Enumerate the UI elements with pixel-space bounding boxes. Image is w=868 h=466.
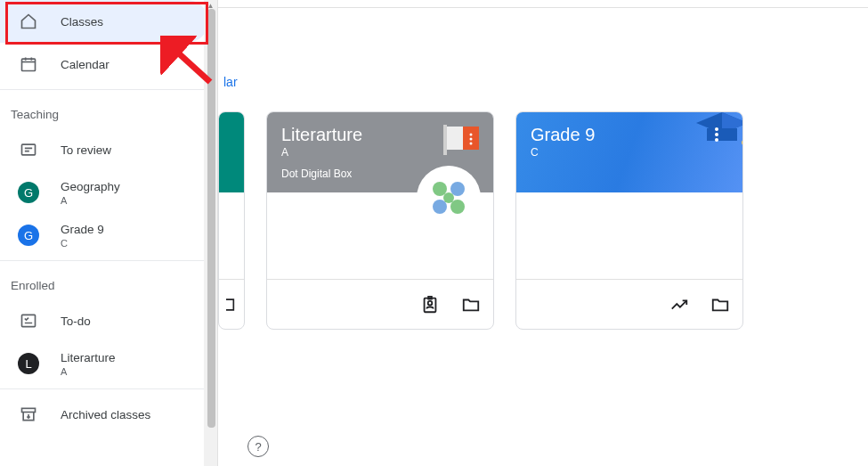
calendar-link-partial[interactable]: lar: [223, 75, 238, 89]
avatar: L: [18, 353, 39, 374]
sidebar-item-to-review[interactable]: To review: [0, 128, 208, 171]
divider: [0, 260, 217, 261]
help-button[interactable]: ?: [247, 436, 269, 457]
review-icon: [18, 139, 39, 160]
sidebar-item-label: Classes: [61, 15, 103, 29]
sidebar-item-label: To-do: [61, 315, 91, 328]
svg-point-15: [433, 200, 447, 214]
class-card-partial[interactable]: [218, 111, 245, 330]
card-footer: [516, 279, 742, 329]
main-content: lar Literarture A Dot Digital Box: [218, 0, 868, 466]
folder-icon-partial: [226, 297, 235, 313]
sidebar-item-sublabel: A: [61, 195, 120, 206]
avatar: G: [18, 182, 39, 203]
archive-icon: [18, 404, 39, 425]
class-card-grade9[interactable]: Grade 9 C: [515, 111, 743, 330]
card-menu-button[interactable]: [705, 123, 728, 146]
sidebar-item-label: Calendar: [61, 58, 110, 71]
sidebar-item-label: Geography: [61, 180, 120, 193]
sidebar-item-label: Grade 9: [61, 223, 104, 236]
card-footer: [267, 279, 493, 329]
sidebar-item-label: Literarture: [61, 351, 116, 364]
svg-rect-3: [22, 408, 36, 412]
svg-point-26: [715, 133, 718, 136]
scrollbar-thumb[interactable]: [207, 9, 215, 428]
sidebar-item-archived[interactable]: Archived classes: [0, 393, 208, 436]
card-footer: [219, 279, 244, 329]
card-header: [219, 112, 244, 192]
svg-point-16: [450, 200, 465, 214]
help-icon-text: ?: [255, 440, 261, 454]
sidebar-item-geography[interactable]: G Geography A: [0, 171, 208, 214]
folder-icon[interactable]: [710, 295, 730, 315]
sidebar-item-classes[interactable]: Classes: [0, 0, 208, 43]
sidebar-item-literarture[interactable]: L Literarture A: [0, 342, 208, 385]
class-card-grid: Literarture A Dot Digital Box: [218, 111, 743, 330]
svg-point-17: [443, 192, 454, 203]
svg-point-27: [715, 138, 718, 142]
sidebar: Classes Calendar Teaching To review G Ge…: [0, 0, 218, 466]
sidebar-item-label: Archived classes: [61, 408, 150, 421]
scrollbar[interactable]: ▲: [204, 0, 217, 466]
section-title-teaching: Teaching: [0, 94, 217, 128]
assignment-icon[interactable]: [420, 295, 440, 315]
sidebar-item-grade9[interactable]: G Grade 9 C: [0, 214, 208, 257]
todo-icon: [18, 310, 39, 331]
svg-rect-6: [443, 125, 447, 155]
sidebar-item-label: To review: [61, 143, 111, 157]
calendar-icon: [18, 53, 39, 75]
card-header: Grade 9 C: [516, 112, 742, 192]
svg-point-19: [428, 300, 433, 305]
sidebar-item-calendar[interactable]: Calendar: [0, 43, 208, 86]
folder-icon[interactable]: [461, 295, 481, 315]
teacher-avatar[interactable]: [415, 164, 483, 232]
divider: [0, 388, 217, 389]
svg-point-24: [742, 140, 743, 145]
trending-icon[interactable]: [669, 295, 689, 315]
class-card-literarture[interactable]: Literarture A Dot Digital Box: [266, 111, 494, 330]
svg-point-13: [433, 182, 447, 196]
svg-point-14: [450, 182, 465, 196]
divider: [0, 89, 217, 90]
card-menu-button[interactable]: [458, 125, 481, 148]
class-avatar-icon: L: [18, 353, 39, 374]
sidebar-item-sublabel: A: [61, 366, 116, 377]
svg-point-25: [715, 127, 718, 131]
sidebar-item-sublabel: C: [61, 238, 104, 249]
more-vert-icon: [715, 127, 718, 142]
class-avatar-icon: G: [18, 225, 39, 246]
svg-rect-2: [22, 315, 36, 326]
section-title-enrolled: Enrolled: [0, 265, 217, 299]
sidebar-item-todo[interactable]: To-do: [0, 299, 208, 342]
svg-rect-0: [22, 59, 36, 70]
top-divider: [218, 7, 868, 8]
avatar: G: [18, 225, 39, 246]
home-icon: [18, 11, 39, 32]
svg-rect-1: [22, 144, 36, 155]
class-avatar-icon: G: [18, 182, 39, 203]
